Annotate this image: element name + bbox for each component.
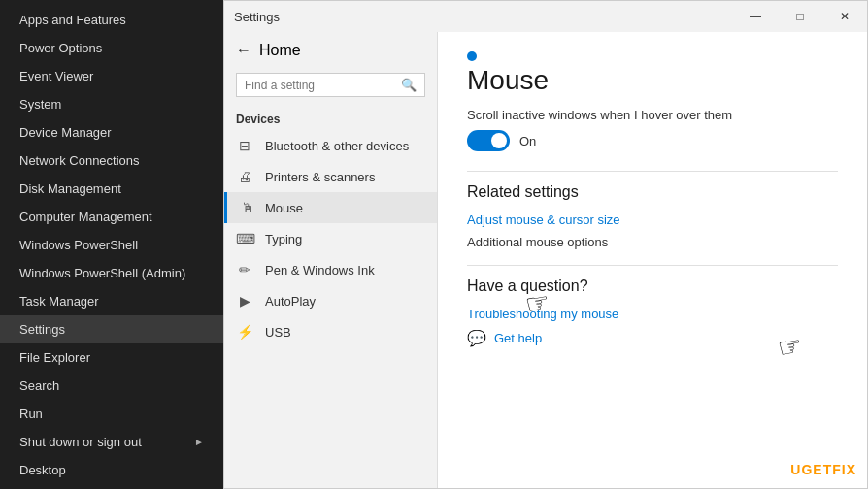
context-menu-item[interactable]: Apps and Features — [0, 6, 223, 34]
blue-dot — [467, 51, 477, 61]
settings-search-input[interactable] — [245, 79, 395, 92]
settings-nav-item-pen[interactable]: ✏ Pen & Windows Ink — [224, 254, 437, 285]
menu-item-label: Task Manager — [19, 294, 99, 309]
menu-item-label: Windows PowerShell — [19, 238, 138, 252]
menu-item-label: Windows PowerShell (Admin) — [19, 266, 185, 280]
adjust-mouse-link[interactable]: Adjust mouse & cursor size — [467, 212, 838, 227]
context-menu-item[interactable]: Device Manager — [0, 118, 223, 147]
submenu-arrow: ► — [194, 437, 204, 447]
settings-nav-item-autoplay[interactable]: ▶ AutoPlay — [224, 285, 437, 316]
settings-nav-item-printers[interactable]: 🖨 Printers & scanners — [224, 161, 437, 192]
settings-nav-item-mouse[interactable]: 🖱 Mouse — [224, 192, 437, 223]
pen-icon: ✏ — [236, 262, 253, 277]
divider-1 — [467, 171, 838, 172]
menu-item-label: Network Connections — [19, 153, 140, 168]
help-icon: 💬 — [467, 329, 486, 347]
settings-nav-list: ⊟ Bluetooth & other devices 🖨 Printers &… — [224, 130, 437, 347]
context-menu-item[interactable]: Shut down or sign out► — [0, 428, 223, 456]
context-menu-item[interactable]: Windows PowerShell — [0, 231, 223, 259]
context-menu-item[interactable]: File Explorer — [0, 343, 223, 372]
menu-item-label: Power Options — [19, 41, 102, 55]
help-link-text: Get help — [494, 331, 542, 345]
nav-item-label: Pen & Windows Ink — [265, 263, 375, 277]
typing-icon: ⌨ — [236, 231, 253, 246]
menu-item-label: Apps and Features — [19, 13, 126, 27]
usb-icon: ⚡ — [236, 324, 253, 340]
context-menu-item[interactable]: Desktop — [0, 456, 223, 484]
toggle-label: Scroll inactive windows when I hover ove… — [467, 108, 838, 122]
troubleshoot-link[interactable]: Troubleshooting my mouse — [467, 307, 838, 321]
context-menu-item[interactable]: Windows PowerShell (Admin) — [0, 259, 223, 287]
context-menu: Apps and FeaturesPower OptionsEvent View… — [0, 0, 223, 489]
back-button[interactable]: ← — [236, 42, 251, 59]
context-menu-item[interactable]: Settings — [0, 315, 223, 343]
nav-item-label: Typing — [265, 232, 302, 246]
menu-item-label: Desktop — [19, 463, 66, 477]
menu-item-label: Event Viewer — [19, 69, 93, 83]
close-button[interactable]: ✕ — [822, 1, 867, 32]
divider-2 — [467, 265, 838, 266]
settings-titlebar: Settings — □ ✕ — [224, 1, 867, 32]
bluetooth-icon: ⊟ — [236, 138, 253, 153]
nav-item-label: Printers & scanners — [265, 170, 375, 184]
mouse-icon: 🖱 — [239, 200, 256, 215]
get-help-link[interactable]: 💬 Get help — [467, 329, 838, 347]
nav-item-label: Bluetooth & other devices — [265, 139, 409, 153]
nav-item-label: Mouse — [265, 201, 303, 215]
menu-item-label: Settings — [19, 322, 65, 337]
titlebar-controls: — □ ✕ — [733, 1, 867, 32]
settings-nav-top: ← Home — [224, 32, 437, 69]
titlebar-left: Settings — [234, 10, 280, 24]
toggle-row: On — [467, 130, 838, 151]
toggle-state-text: On — [519, 134, 536, 148]
settings-sidebar: ← Home 🔍 Devices ⊟ Bluetooth & other dev… — [224, 32, 438, 488]
menu-item-label: Shut down or sign out — [19, 435, 142, 449]
context-menu-item[interactable]: Event Viewer — [0, 62, 223, 90]
settings-body: ← Home 🔍 Devices ⊟ Bluetooth & other dev… — [224, 32, 867, 488]
context-menu-item[interactable]: Run — [0, 400, 223, 428]
watermark: UGETFIX — [790, 462, 856, 477]
toggle-section: Scroll inactive windows when I hover ove… — [467, 108, 838, 151]
context-menu-item[interactable]: Task Manager — [0, 287, 223, 315]
context-menu-item[interactable]: System — [0, 90, 223, 118]
maximize-button[interactable]: □ — [778, 1, 822, 32]
scroll-inactive-toggle[interactable] — [467, 130, 510, 151]
context-menu-item[interactable]: Network Connections — [0, 147, 223, 175]
settings-nav-item-typing[interactable]: ⌨ Typing — [224, 223, 437, 254]
settings-nav-item-usb[interactable]: ⚡ USB — [224, 316, 437, 347]
nav-item-label: AutoPlay — [265, 294, 316, 309]
menu-item-label: Disk Management — [19, 181, 121, 196]
settings-search-box[interactable]: 🔍 — [236, 73, 425, 97]
settings-window: Settings — □ ✕ ← Home 🔍 Devices ⊟ Blueto… — [223, 0, 868, 489]
context-menu-item[interactable]: Power Options — [0, 34, 223, 62]
search-icon: 🔍 — [401, 78, 417, 92]
settings-window-title: Settings — [234, 10, 280, 24]
additional-mouse-options: Additional mouse options — [467, 235, 838, 249]
watermark-text: UGETFIX — [790, 462, 856, 477]
question-title: Have a question? — [467, 277, 838, 295]
context-menu-item[interactable]: Disk Management — [0, 175, 223, 203]
menu-item-label: File Explorer — [19, 350, 90, 365]
menu-item-label: System — [19, 97, 61, 112]
settings-home-label: Home — [259, 42, 301, 59]
minimize-button[interactable]: — — [733, 1, 778, 32]
autoplay-icon: ▶ — [236, 293, 253, 309]
content-title: Mouse — [467, 65, 838, 96]
settings-nav-item-bluetooth[interactable]: ⊟ Bluetooth & other devices — [224, 130, 437, 161]
context-menu-item[interactable]: Computer Management — [0, 203, 223, 231]
settings-content: Mouse Scroll inactive windows when I hov… — [438, 32, 867, 488]
devices-section-label: Devices — [224, 105, 437, 130]
menu-item-label: Device Manager — [19, 125, 112, 140]
menu-item-label: Search — [19, 378, 59, 393]
printers-icon: 🖨 — [236, 169, 253, 184]
menu-item-label: Computer Management — [19, 210, 152, 224]
related-settings-title: Related settings — [467, 183, 838, 201]
nav-item-label: USB — [265, 325, 291, 340]
menu-item-label: Run — [19, 407, 43, 421]
context-menu-item[interactable]: Search — [0, 372, 223, 400]
